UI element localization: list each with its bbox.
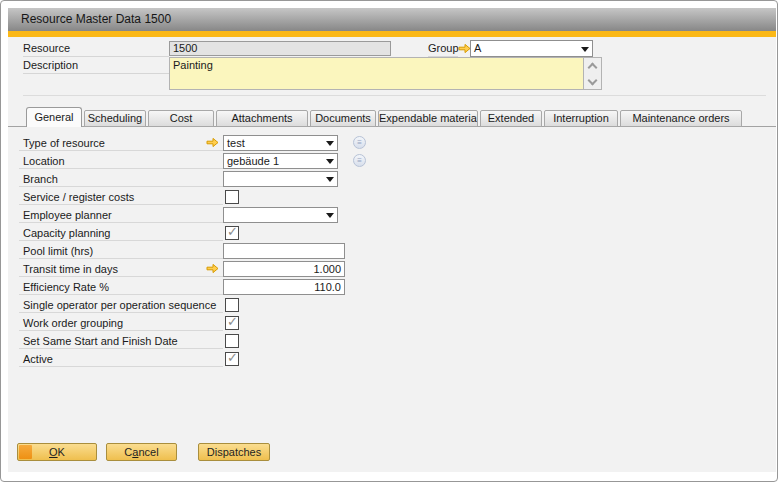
button-ok[interactable]: OK (17, 443, 97, 461)
field-row-service-register-costs: Service / register costs (8, 188, 776, 206)
input-transit-time-in-days[interactable]: 1.000 (223, 261, 345, 277)
checkbox-capacity-planning[interactable]: ✓ (225, 226, 239, 240)
field-row-single-operator-per-operation-sequence: Single operator per operation sequence (8, 296, 776, 314)
resource-value: 1500 (173, 42, 197, 54)
detail-circle-icon[interactable]: ≡ (353, 154, 366, 167)
label-underline (19, 366, 223, 367)
label-underline (19, 204, 223, 205)
label-underline (19, 186, 223, 187)
field-label-capacity-planning: Capacity planning (23, 227, 110, 239)
window-content: Resource 1500 Group A Description Painti… (8, 37, 776, 472)
dropdown-arrow-icon (326, 159, 334, 164)
field-label-service-register-costs: Service / register costs (23, 191, 134, 203)
checkmark-icon: ✓ (227, 314, 238, 329)
field-label-active: Active (23, 353, 53, 365)
dropdown-arrow-icon (581, 47, 589, 52)
tab-maintenance-orders[interactable]: Maintenance orders (620, 110, 742, 127)
dropdown-type-of-resource[interactable]: test (223, 135, 338, 151)
input-pool-limit-hrs[interactable] (223, 243, 345, 259)
description-scrollbar[interactable] (583, 57, 602, 90)
resource-master-data-window: Resource Master Data 1500 Resource 1500 … (0, 0, 778, 482)
group-label: Group (428, 42, 458, 57)
button-dispatches[interactable]: Dispatches (198, 443, 270, 461)
input-efficiency-rate[interactable]: 110.0 (223, 279, 345, 295)
group-dropdown[interactable]: A (470, 40, 593, 57)
chevron-down-icon[interactable] (588, 76, 598, 86)
checkbox-active[interactable]: ✓ (225, 352, 239, 366)
link-arrow-icon[interactable] (206, 263, 220, 274)
field-row-type-of-resource: Type of resourcetest≡ (8, 134, 776, 152)
button-label: Cancel (124, 446, 158, 458)
dropdown-employee-planner[interactable] (223, 207, 338, 223)
label-underline (19, 276, 223, 277)
resource-label: Resource (23, 42, 169, 57)
button-label: OK (49, 446, 65, 458)
label-underline (19, 150, 223, 151)
description-textarea[interactable]: Painting (169, 57, 584, 90)
tab-extended[interactable]: Extended (480, 110, 542, 127)
chevron-up-icon[interactable] (588, 63, 598, 73)
label-underline (19, 258, 223, 259)
dropdown-value: gebäude 1 (227, 155, 279, 167)
field-label-work-order-grouping: Work order grouping (23, 317, 123, 329)
field-label-employee-planner: Employee planner (23, 209, 112, 221)
dropdown-arrow-icon (326, 177, 334, 182)
tab-expendable-material[interactable]: Expendable material (378, 110, 478, 127)
checkmark-icon: ✓ (227, 350, 238, 365)
tab-attachments[interactable]: Attachments (216, 110, 308, 127)
general-tab-form: Type of resourcetest≡Locationgebäude 1≡B… (8, 134, 776, 368)
field-label-transit-time-in-days: Transit time in days (23, 263, 118, 275)
field-label-single-operator-per-operation-sequence: Single operator per operation sequence (23, 299, 216, 311)
dropdown-arrow-icon (326, 213, 334, 218)
description-value: Painting (173, 59, 213, 71)
field-row-pool-limit-hrs: Pool limit (hrs) (8, 242, 776, 260)
field-row-employee-planner: Employee planner (8, 206, 776, 224)
label-underline (19, 240, 223, 241)
dropdown-location[interactable]: gebäude 1 (223, 153, 338, 169)
dropdown-value: test (227, 137, 245, 149)
label-underline (19, 294, 223, 295)
checkbox-single-operator-per-operation-sequence[interactable] (225, 298, 239, 312)
field-row-branch: Branch (8, 170, 776, 188)
checkbox-set-same-start-and-finish-date[interactable] (225, 334, 239, 348)
field-row-active: Active✓ (8, 350, 776, 368)
field-label-efficiency-rate: Efficiency Rate % (23, 281, 109, 293)
resource-field[interactable]: 1500 (169, 41, 391, 56)
button-cancel[interactable]: Cancel (106, 443, 177, 461)
field-label-set-same-start-and-finish-date: Set Same Start and Finish Date (23, 335, 178, 347)
header-separator (23, 95, 766, 96)
tab-scheduling[interactable]: Scheduling (84, 110, 146, 127)
description-label: Description (23, 59, 169, 74)
tab-strip: GeneralSchedulingCostAttachmentsDocument… (8, 107, 776, 127)
tab-documents[interactable]: Documents (310, 110, 376, 127)
field-label-location: Location (23, 155, 65, 167)
label-underline (19, 348, 223, 349)
field-row-work-order-grouping: Work order grouping✓ (8, 314, 776, 332)
checkmark-icon: ✓ (227, 224, 238, 239)
label-underline (19, 312, 223, 313)
checkbox-service-register-costs[interactable] (225, 190, 239, 204)
window-title: Resource Master Data 1500 (21, 12, 171, 26)
link-arrow-icon[interactable] (206, 137, 220, 148)
field-label-type-of-resource: Type of resource (23, 137, 105, 149)
tab-cost[interactable]: Cost (148, 110, 214, 127)
tab-interruption[interactable]: Interruption (544, 110, 618, 127)
field-row-efficiency-rate: Efficiency Rate %110.0 (8, 278, 776, 296)
label-underline (19, 330, 223, 331)
label-underline (19, 222, 223, 223)
dropdown-branch[interactable] (223, 171, 338, 187)
field-label-branch: Branch (23, 173, 58, 185)
detail-circle-icon[interactable]: ≡ (353, 136, 366, 149)
label-underline (19, 168, 223, 169)
group-value: A (474, 42, 481, 54)
field-row-capacity-planning: Capacity planning✓ (8, 224, 776, 242)
field-row-location: Locationgebäude 1≡ (8, 152, 776, 170)
field-row-set-same-start-and-finish-date: Set Same Start and Finish Date (8, 332, 776, 350)
field-row-transit-time-in-days: Transit time in days1.000 (8, 260, 776, 278)
tab-general[interactable]: General (26, 107, 82, 127)
default-button-stripe (19, 445, 32, 459)
window-titlebar: Resource Master Data 1500 (8, 8, 776, 31)
checkbox-work-order-grouping[interactable]: ✓ (225, 316, 239, 330)
field-label-pool-limit-hrs: Pool limit (hrs) (23, 245, 93, 257)
dropdown-arrow-icon (326, 141, 334, 146)
